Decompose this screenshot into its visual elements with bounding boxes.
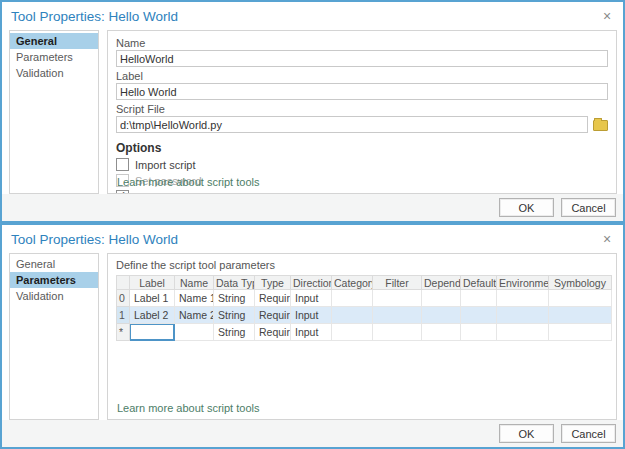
general-panel: Name Label Script File Options Import sc… [107,30,617,194]
learn-more-link[interactable]: Learn more about script tools [117,176,259,188]
cell-filter[interactable] [373,307,422,324]
cell-type[interactable]: Required [255,324,291,341]
cell-default[interactable] [461,307,497,324]
parameters-panel: Define the script tool parameters Label … [107,253,617,420]
cell-category[interactable] [332,307,373,324]
title-bar: Tool Properties: Hello World × [2,2,623,27]
table-row: 1 Label 2 Name 2 String Required Input [117,307,612,324]
options-heading: Options [116,141,608,155]
row-header[interactable]: 0 [117,290,130,307]
ok-button[interactable]: OK [499,424,554,443]
cell-label[interactable]: Label 2 [130,307,175,324]
cell-symbology[interactable] [549,324,612,341]
parameters-table: Label Name Data Type Type Direction Cate… [116,275,612,341]
sidebar-item-parameters[interactable]: Parameters [10,272,98,288]
cell-default[interactable] [461,290,497,307]
row-header[interactable]: * [117,324,130,341]
cell-name[interactable]: Name 1 [175,290,214,307]
tool-properties-dialog-parameters: Tool Properties: Hello World × General P… [0,223,625,449]
cell-name[interactable] [175,324,214,341]
dialog-title: Tool Properties: Hello World [11,9,599,24]
script-file-input[interactable] [116,116,588,133]
cell-direction[interactable]: Input [291,324,332,341]
cell-dependency[interactable] [422,307,461,324]
cell-type[interactable]: Required [255,307,291,324]
relative-path-checkbox[interactable] [116,190,129,194]
script-file-row [116,116,608,133]
cell-name[interactable]: Name 2 [175,307,214,324]
cell-data-type[interactable]: String [214,324,255,341]
ok-button[interactable]: OK [499,198,554,217]
import-script-label: Import script [135,159,196,171]
cell-dependency[interactable] [422,290,461,307]
cell-symbology[interactable] [549,307,612,324]
cell-environment[interactable] [497,307,549,324]
cell-category[interactable] [332,324,373,341]
cell-environment[interactable] [497,290,549,307]
label-label: Label [116,70,608,82]
cell-environment[interactable] [497,324,549,341]
tool-properties-dialog-general: Tool Properties: Hello World × General P… [0,0,625,223]
column-header: Category [332,276,373,290]
cell-type[interactable]: Required [255,290,291,307]
sidebar-item-general[interactable]: General [10,256,98,272]
dialog-footer: OK Cancel [2,194,623,221]
header-row: Label Name Data Type Type Direction Cate… [117,276,612,290]
sidebar-item-validation[interactable]: Validation [10,65,98,81]
column-header: Type [255,276,291,290]
column-header: Default [461,276,497,290]
title-bar: Tool Properties: Hello World × [2,225,623,250]
dialog-body: General Parameters Validation Define the… [2,250,623,420]
cell-filter[interactable] [373,290,422,307]
cell-direction[interactable]: Input [291,307,332,324]
cancel-button[interactable]: Cancel [561,424,616,443]
row-header-corner [117,276,130,290]
cell-label-editing[interactable] [130,324,175,341]
table-row-new: * String Required Input [117,324,612,341]
sidebar-item-validation[interactable]: Validation [10,288,98,304]
dialog-title: Tool Properties: Hello World [11,232,599,247]
sidebar: General Parameters Validation [9,253,99,420]
cell-data-type[interactable]: String [214,307,255,324]
dialog-footer: OK Cancel [2,420,623,447]
table-row: 0 Label 1 Name 1 String Required Input [117,290,612,307]
sidebar: General Parameters Validation [9,30,99,194]
sidebar-item-general[interactable]: General [10,33,98,49]
import-script-checkbox[interactable] [116,158,129,171]
column-header: Label [130,276,175,290]
cell-symbology[interactable] [549,290,612,307]
cell-default[interactable] [461,324,497,341]
name-label: Name [116,37,608,49]
import-script-option[interactable]: Import script [116,158,608,171]
table-caption: Define the script tool parameters [116,259,608,271]
name-input[interactable] [116,50,608,67]
relative-path-label: Store tool with relative path [135,191,268,195]
label-input[interactable] [116,83,608,100]
learn-more-link[interactable]: Learn more about script tools [117,402,259,414]
cell-category[interactable] [332,290,373,307]
cell-direction[interactable]: Input [291,290,332,307]
sidebar-item-parameters[interactable]: Parameters [10,49,98,65]
column-header: Name [175,276,214,290]
column-header: Filter [373,276,422,290]
browse-folder-icon[interactable] [593,120,608,131]
cell-filter[interactable] [373,324,422,341]
close-icon[interactable]: × [599,232,615,246]
column-header: Environment [497,276,549,290]
row-header[interactable]: 1 [117,307,130,324]
cell-dependency[interactable] [422,324,461,341]
close-icon[interactable]: × [599,9,615,23]
column-header: Direction [291,276,332,290]
relative-path-option[interactable]: Store tool with relative path [116,190,608,194]
script-file-label: Script File [116,103,608,115]
column-header: Data Type [214,276,255,290]
cell-data-type[interactable]: String [214,290,255,307]
cell-label[interactable]: Label 1 [130,290,175,307]
column-header: Symbology [549,276,612,290]
cancel-button[interactable]: Cancel [561,198,616,217]
column-header: Dependency [422,276,461,290]
dialog-body: General Parameters Validation Name Label… [2,27,623,194]
